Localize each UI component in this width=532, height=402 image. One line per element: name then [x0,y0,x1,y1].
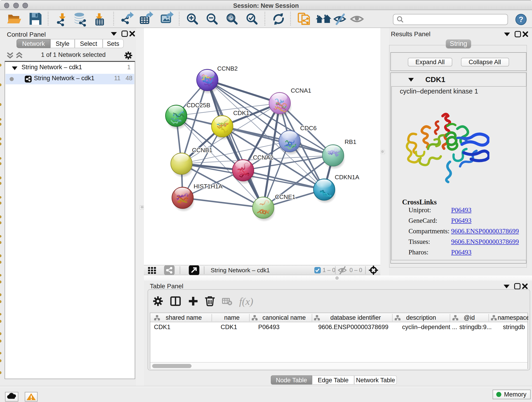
svg-text:HIST1H1A: HIST1H1A [194,183,223,190]
svg-text:CCNA2: CCNA2 [253,154,273,161]
svg-text:1 – 0: 1 – 0 [323,267,336,273]
svg-text:name: name [224,314,239,321]
svg-text:CCNB1: CCNB1 [192,147,212,153]
svg-text:CDC25B: CDC25B [186,102,210,109]
svg-text:CCNA1: CCNA1 [291,87,311,94]
svg-text:@id: @id [463,314,475,321]
svg-text:CDKN1A: CDKN1A [335,174,359,181]
svg-text:shared name: shared name [165,314,202,321]
svg-text:CCNE1: CCNE1 [275,193,295,200]
svg-text:canonical name: canonical name [262,314,305,321]
svg-text:RB1: RB1 [345,138,356,145]
svg-text:0 – 0: 0 – 0 [349,267,362,273]
svg-text:?: ? [519,15,523,24]
svg-text:description: description [406,314,436,321]
svg-text:database identifier: database identifier [330,314,381,321]
svg-text:namespace: namespace [497,314,528,321]
svg-text:f(x): f(x) [239,296,253,307]
svg-text:CDC6: CDC6 [300,125,317,132]
svg-text:CCNB2: CCNB2 [217,65,238,72]
svg-text:String Network – cdk1: String Network – cdk1 [210,267,270,274]
svg-text:CDK1: CDK1 [233,109,249,116]
